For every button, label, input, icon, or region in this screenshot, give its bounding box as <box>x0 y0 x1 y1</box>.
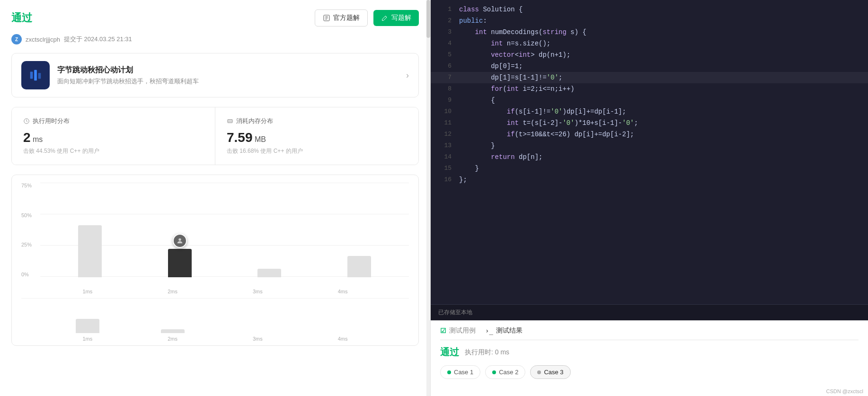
case-3-dot <box>537 370 541 374</box>
time-stat-header: 执行用时分布 <box>23 117 204 125</box>
svg-rect-6 <box>34 70 37 81</box>
chart-y-labels: 75% 50% 25% 0% <box>21 183 32 287</box>
bar-4ms <box>347 256 371 277</box>
test-cases-tab-icon: ☑ <box>440 327 446 334</box>
avatar: Z <box>11 34 22 44</box>
user-pin <box>173 234 187 248</box>
watermark: CSDN @zxctscl <box>826 388 863 394</box>
code-line-13: 13 } <box>431 140 868 151</box>
test-panel: ☑ 测试用例 ›_ 测试结果 通过 执行用时: 0 ms Case 1 Case… <box>431 320 868 396</box>
test-cases-tab-label: 测试用例 <box>449 326 476 335</box>
bar-2ms-current <box>168 249 192 277</box>
bars-area <box>40 183 409 277</box>
bar-group-2ms <box>168 249 192 277</box>
banner-title: 字节跳动秋招心动计划 <box>57 65 406 75</box>
mem-stat-title: 消耗内存分布 <box>236 117 273 125</box>
code-line-9: 9 { <box>431 95 868 106</box>
case-2-button[interactable]: Case 2 <box>485 365 525 379</box>
svg-rect-5 <box>30 72 33 79</box>
pass-label: 通过 <box>11 11 32 25</box>
header-buttons: 官方题解 写题解 <box>315 9 419 26</box>
test-cases-tab[interactable]: ☑ 测试用例 <box>440 326 476 335</box>
case-3-label: Case 3 <box>544 369 563 376</box>
scrollbar-track[interactable] <box>426 0 430 396</box>
write-solution-button[interactable]: 写题解 <box>373 10 419 26</box>
saved-message: 已存储至本地 <box>438 308 472 317</box>
pass-result: 通过 执行用时: 0 ms <box>440 346 859 359</box>
code-line-8: 8 for(int i=2;i<=n;i++) <box>431 83 868 95</box>
banner-text: 字节跳动秋招心动计划 面向短期冲刺字节跳动秋招选手，秋招弯道顺利超车 <box>57 65 406 86</box>
user-pin-icon <box>176 237 184 245</box>
result-pass-text: 通过 <box>440 346 459 359</box>
test-results-tab[interactable]: ›_ 测试结果 <box>485 326 523 335</box>
mem-stat-desc: 击败 16.68% 使用 C++ 的用户 <box>227 147 407 155</box>
svg-rect-7 <box>38 73 41 79</box>
bar-group-1ms <box>78 225 102 277</box>
test-results-tab-icon: ›_ <box>485 327 493 334</box>
submitter-row: Z zxctsclrjjjcph 提交于 2024.03.25 21:31 <box>11 34 419 44</box>
stats-row: 执行用时分布 2 ms 击败 44.53% 使用 C++ 的用户 消耗内存分布 … <box>11 107 419 165</box>
test-results-tab-label: 测试结果 <box>496 326 523 335</box>
submit-time: 提交于 2024.03.25 21:31 <box>64 35 132 44</box>
svg-line-4 <box>385 16 387 18</box>
code-line-7: 7 dp[1]=s[1-1]!='0'; <box>431 72 868 83</box>
right-panel: 1 class Solution { 2 public: 3 int numDe… <box>431 0 868 396</box>
chart-container: 75% 50% 25% 0% <box>11 175 419 346</box>
svg-point-14 <box>178 238 181 241</box>
code-line-3: 3 int numDecodings(string s) { <box>431 26 868 38</box>
code-line-16: 16 }; <box>431 174 868 185</box>
bar-3ms <box>257 269 281 277</box>
code-line-11: 11 int t=(s[i-2]-'0')*10+s[i-1]-'0'; <box>431 117 868 129</box>
memory-icon <box>227 118 233 124</box>
case-3-button[interactable]: Case 3 <box>530 365 570 379</box>
mem-stat-value: 7.59 MB <box>227 130 407 145</box>
code-line-5: 5 vector<int> dp(n+1); <box>431 49 868 61</box>
bar-group-3ms <box>257 269 281 277</box>
time-stat-card: 执行用时分布 2 ms 击败 44.53% 使用 C++ 的用户 <box>12 107 215 165</box>
cases-row: Case 1 Case 2 Case 3 <box>440 365 859 379</box>
code-line-10: 10 if(s[i-1]!='0')dp[i]+=dp[i-1]; <box>431 106 868 117</box>
case-1-dot <box>447 370 451 374</box>
code-editor[interactable]: 1 class Solution { 2 public: 3 int numDe… <box>431 0 868 304</box>
code-line-4: 4 int n=s.size(); <box>431 38 868 49</box>
banner-arrow-icon: › <box>406 70 409 80</box>
code-line-2: 2 public: <box>431 15 868 26</box>
bar-secondary-2 <box>161 329 185 333</box>
test-tabs: ☑ 测试用例 ›_ 测试结果 <box>440 326 859 340</box>
write-solution-label: 写题解 <box>391 14 411 22</box>
scrollbar-thumb[interactable] <box>426 0 430 38</box>
code-line-12: 12 if(t>=10&&t<=26) dp[i]+=dp[i-2]; <box>431 129 868 140</box>
time-stat-value: 2 ms <box>23 130 204 145</box>
banner-logo-icon <box>28 68 43 82</box>
case-2-dot <box>492 370 496 374</box>
official-solution-label: 官方题解 <box>333 14 360 22</box>
banner-subtitle: 面向短期冲刺字节跳动秋招选手，秋招弯道顺利超车 <box>57 77 406 86</box>
exec-time: 执行用时: 0 ms <box>465 348 509 357</box>
saved-bar: 已存储至本地 <box>431 304 868 320</box>
bar-1ms <box>78 225 102 277</box>
time-stat-title: 执行用时分布 <box>33 117 70 125</box>
header: 通过 官方题解 写题解 <box>11 9 419 26</box>
code-line-15: 15 } <box>431 163 868 174</box>
code-line-14: 14 return dp[n]; <box>431 151 868 163</box>
banner-card[interactable]: 字节跳动秋招心动计划 面向短期冲刺字节跳动秋招选手，秋招弯道顺利超车 › <box>11 53 419 97</box>
code-line-6: 6 dp[0]=1; <box>431 61 868 72</box>
clock-icon <box>23 118 30 124</box>
bar-secondary-1 <box>76 319 99 333</box>
chart-secondary <box>21 298 409 336</box>
time-stat-desc: 击败 44.53% 使用 C++ 的用户 <box>23 147 204 155</box>
code-line-1: 1 class Solution { <box>431 4 868 15</box>
left-panel: 通过 官方题解 写题解 Z zxctsclrjjjc <box>0 0 431 396</box>
bar-group-4ms <box>347 256 371 277</box>
chart-x-labels: 1ms 2ms 3ms 4ms <box>21 287 409 298</box>
edit-icon <box>381 14 389 22</box>
mem-stat-header: 消耗内存分布 <box>227 117 407 125</box>
case-1-button[interactable]: Case 1 <box>440 365 480 379</box>
book-icon <box>323 14 330 22</box>
banner-icon <box>21 61 50 89</box>
submitter-name: zxctsclrjjjcph <box>26 36 60 43</box>
case-1-label: Case 1 <box>454 369 473 376</box>
chart-main: 75% 50% 25% 0% <box>21 183 409 287</box>
official-solution-button[interactable]: 官方题解 <box>315 9 368 26</box>
chart-x-labels-2: 1ms 2ms 3ms 4ms <box>21 336 409 345</box>
